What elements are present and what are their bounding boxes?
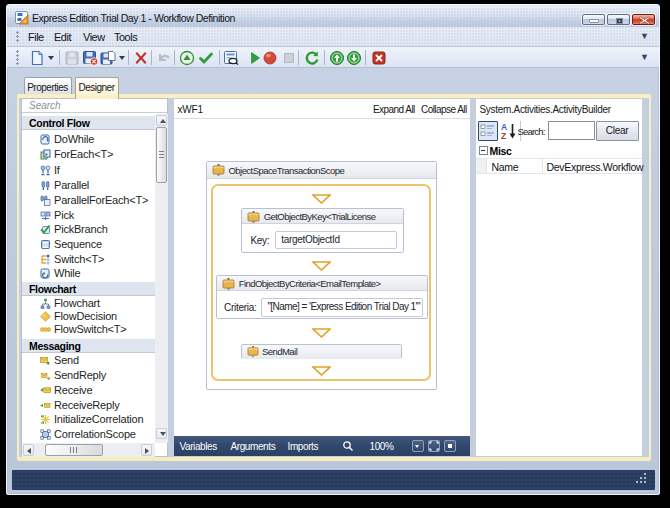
svg-text:Z: Z <box>501 131 506 141</box>
